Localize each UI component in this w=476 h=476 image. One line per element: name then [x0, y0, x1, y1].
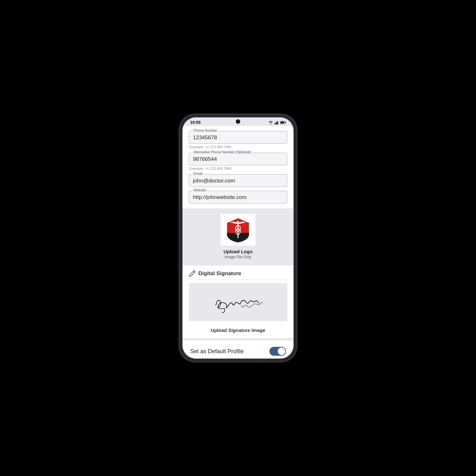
battery-icon: [280, 121, 286, 124]
upload-logo-label[interactable]: Upload Logo: [223, 249, 253, 254]
email-value: john@doctor.com: [193, 178, 283, 184]
alt-phone-hint: Example: +1 123 456 7890: [189, 167, 287, 170]
signature-image: [206, 288, 270, 316]
digital-signature-section: Digital Signature Upload Signature Image: [182, 266, 294, 338]
phone-section: Phone Number 12345678 Example: +1 123 45…: [182, 126, 294, 209]
signature-icon: [189, 270, 196, 277]
alt-phone-label: Alternative Phone Number (Optional): [192, 150, 252, 154]
svg-rect-3: [278, 121, 279, 124]
logo-upload-section: Upload Logo Image File Only: [182, 209, 294, 266]
website-input-wrapper[interactable]: Website http://johnwebsite.com: [189, 191, 287, 203]
status-bar: 10:55: [182, 117, 294, 126]
alt-phone-value: 98766544: [193, 156, 283, 162]
phone-label: Phone Number: [192, 129, 218, 132]
logo-image: [224, 216, 252, 243]
signature-section-title: Digital Signature: [189, 270, 287, 280]
svg-point-8: [237, 221, 239, 223]
alt-phone-input-wrapper[interactable]: Alternative Phone Number (Optional) 9876…: [189, 153, 287, 165]
signature-area[interactable]: [189, 283, 287, 321]
signature-title-text: Digital Signature: [198, 270, 241, 277]
phone-input-group: Phone Number 12345678 Example: +1 123 45…: [189, 131, 287, 149]
email-input-group: Email john@doctor.com: [189, 174, 287, 187]
status-time: 10:55: [190, 120, 201, 125]
email-label: Email: [192, 172, 204, 175]
email-input-wrapper[interactable]: Email john@doctor.com: [189, 174, 287, 187]
upload-signature-label[interactable]: Upload Signature Image: [189, 324, 287, 338]
svg-rect-1: [276, 122, 277, 124]
upload-hint: Image File Only: [225, 255, 251, 259]
phone-screen: 10:55: [182, 117, 294, 359]
svg-rect-0: [274, 123, 275, 124]
svg-rect-5: [285, 122, 286, 123]
default-profile-label: Set as Default Profile: [190, 348, 244, 355]
camera-notch: [236, 119, 240, 124]
logo-image-box[interactable]: [221, 214, 255, 246]
website-input-group: Website http://johnwebsite.com: [189, 191, 287, 203]
toggle-knob: [278, 347, 285, 355]
phone-value: 12345678: [193, 135, 283, 141]
svg-rect-6: [281, 122, 284, 123]
phone-input-wrapper[interactable]: Phone Number 12345678: [189, 131, 287, 144]
alt-phone-input-group: Alternative Phone Number (Optional) 9876…: [189, 153, 287, 170]
default-profile-toggle[interactable]: [269, 347, 286, 356]
website-value: http://johnwebsite.com: [193, 194, 283, 201]
phone-frame: 10:55: [179, 114, 297, 362]
svg-rect-2: [277, 121, 278, 124]
default-profile-row: Set as Default Profile: [182, 340, 294, 359]
wifi-icon: [268, 121, 273, 124]
scroll-content[interactable]: Phone Number 12345678 Example: +1 123 45…: [182, 126, 294, 359]
signal-icon: [274, 121, 279, 124]
phone-hint: Example: +1 123 456 7890: [189, 145, 287, 149]
status-icons: [268, 121, 286, 124]
website-label: Website: [192, 188, 208, 192]
